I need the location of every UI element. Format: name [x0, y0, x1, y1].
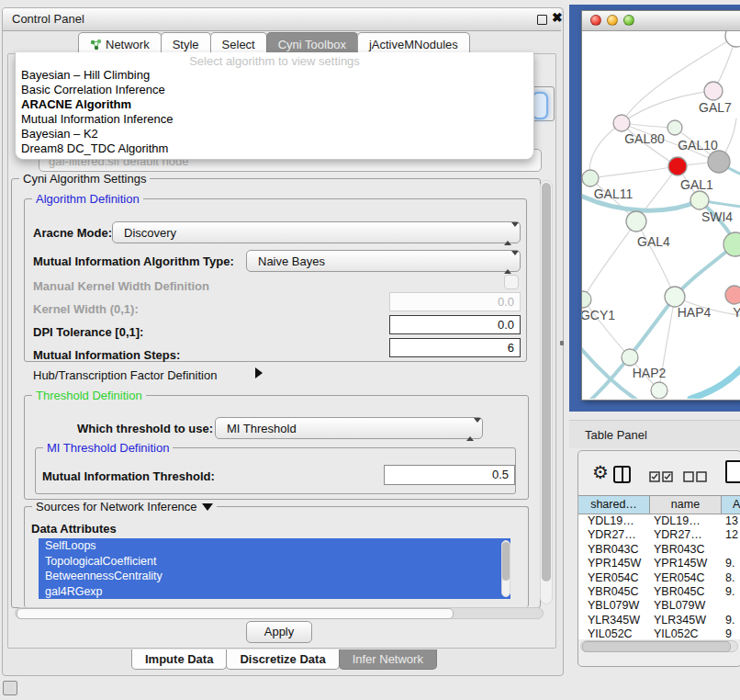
disclosure-collapsed-icon[interactable] — [255, 367, 263, 378]
data-attributes-list[interactable]: SelfLoopsTopologicalCoefficientBetweenne… — [39, 538, 510, 599]
unchecked-pair-icon[interactable] — [683, 471, 707, 482]
network-node[interactable] — [708, 151, 730, 173]
data-attribute-item[interactable]: SelfLoops — [39, 538, 510, 554]
table-row[interactable]: YER054CYER054C8. — [578, 571, 740, 585]
sources-legend[interactable]: Sources for Network Inference — [32, 500, 217, 514]
tab-style[interactable]: Style — [161, 32, 211, 54]
algorithm-option[interactable]: ARACNE Algorithm — [16, 97, 533, 112]
network-node[interactable] — [665, 287, 685, 307]
checked-pair-icon[interactable] — [649, 471, 673, 482]
control-panel-titlebar[interactable]: Control Panel ✖ — [3, 8, 561, 31]
attributes-scrollbar-thumb[interactable] — [502, 542, 510, 581]
network-node-label: GAL1 — [680, 177, 713, 192]
table-row[interactable]: YPR145WYPR145W9. — [578, 557, 740, 570]
apply-button[interactable]: Apply — [246, 621, 312, 643]
network-node-label: GAL7 — [699, 100, 732, 115]
table-cell: 9. — [722, 585, 734, 599]
kernel-width-field[interactable]: 0.0 — [389, 292, 521, 311]
minimize-traffic-light[interactable] — [607, 15, 618, 26]
network-node[interactable] — [582, 170, 599, 186]
table-cell: 9. — [722, 557, 734, 570]
column-header-2[interactable]: name — [650, 495, 722, 514]
table-panel-titlebar[interactable]: Table Panel — [569, 420, 740, 448]
table-row[interactable]: YLR345WYLR345W9. — [578, 614, 740, 627]
network-node[interactable] — [626, 211, 646, 231]
minimized-panel-icon[interactable] — [3, 681, 17, 695]
algorithm-option[interactable]: Bayesian – Hill Climbing — [16, 68, 533, 83]
table-cell: YBR043C — [650, 543, 722, 557]
network-node[interactable] — [651, 382, 667, 399]
sources-legend-text: Sources for Network Inference — [36, 500, 197, 514]
network-window-titlebar[interactable] — [582, 11, 740, 31]
algorithm-option[interactable]: Bayesian – K2 — [16, 127, 533, 141]
tab-jactivemnodules[interactable]: jActiveMNodules — [357, 32, 470, 54]
algorithm-option[interactable]: Dream8 DC_TDC Algorithm — [16, 141, 533, 156]
table-row[interactable]: YDR27…YDR27…12 — [578, 528, 740, 542]
float-window-icon[interactable] — [537, 15, 547, 25]
network-graph: GAL7GAL80GAL10GAL1GAL11SWI4GAL4GCY1HAP4Y… — [582, 31, 740, 399]
algorithm-definition-legend: Algorithm Definition — [32, 192, 143, 206]
network-node[interactable] — [582, 291, 591, 308]
network-node[interactable] — [613, 115, 630, 131]
algorithm-option[interactable]: Basic Correlation Inference — [16, 83, 533, 97]
tab-select[interactable]: Select — [210, 32, 267, 54]
settings-hscrollbar-thumb[interactable] — [17, 608, 454, 619]
split-pane-handle[interactable] — [560, 341, 564, 345]
data-attribute-item[interactable]: TopologicalCoefficient — [39, 554, 510, 570]
mi-steps-field[interactable]: 6 — [389, 338, 521, 357]
network-node[interactable] — [725, 31, 740, 47]
tab-label: Select — [222, 38, 255, 51]
mi-threshold-field[interactable]: 0.5 — [384, 465, 515, 485]
table-cell: YBL079W — [650, 599, 722, 613]
tab-network[interactable]: Network — [78, 32, 162, 54]
close-traffic-light[interactable] — [590, 15, 601, 26]
network-node-label: HAP4 — [678, 305, 712, 320]
tab-label: Style — [173, 38, 199, 51]
bottom-tab-discretize-data[interactable]: Discretize Data — [226, 649, 339, 670]
zoom-traffic-light[interactable] — [623, 15, 634, 26]
network-node[interactable] — [704, 82, 723, 100]
table-cell: 9. — [722, 614, 734, 627]
combo-stepper-icon — [466, 423, 474, 436]
mi-steps-label: Mutual Information Steps: — [33, 348, 180, 362]
table-cell: 12 — [722, 528, 738, 542]
which-threshold-combo[interactable]: MI Threshold — [215, 417, 483, 439]
table-row[interactable]: YDL19…YDL19…13 — [578, 514, 740, 528]
aracne-mode-combo[interactable]: Discovery — [112, 221, 521, 243]
table-cell: YBR045C — [578, 585, 650, 599]
bottom-tab-infer-network[interactable]: Infer Network — [339, 649, 437, 670]
settings-scrollbar-thumb[interactable] — [542, 183, 551, 581]
network-node-label: Y — [733, 305, 740, 320]
network-node[interactable] — [690, 191, 709, 209]
gear-icon[interactable]: ⚙ — [592, 463, 609, 481]
hub-definition-label: Hub/Transcription Factor Definition — [33, 368, 217, 382]
table-row[interactable]: YBR043CYBR043C — [578, 543, 740, 557]
network-node-label: GAL11 — [594, 186, 633, 201]
network-node[interactable] — [622, 349, 638, 366]
network-canvas[interactable]: GAL7GAL80GAL10GAL1GAL11SWI4GAL4GCY1HAP4Y… — [582, 31, 740, 399]
mi-threshold-definition-legend: MI Threshold Definition — [43, 441, 173, 455]
network-edge — [590, 166, 678, 178]
data-attribute-item[interactable]: BetweennessCentrality — [39, 569, 510, 584]
algorithm-dropdown: Select algorithm to view settingsBayesia… — [15, 52, 534, 160]
split-columns-icon[interactable] — [613, 466, 631, 483]
table-hscrollbar-thumb[interactable] — [582, 641, 731, 652]
tab-cyni-toolbox[interactable]: Cyni Toolbox — [266, 32, 358, 54]
network-node[interactable] — [668, 157, 687, 175]
column-header-3[interactable]: A — [722, 495, 740, 514]
table-cell: YDL19… — [578, 514, 650, 528]
table-row[interactable]: YBR045CYBR045C9. — [578, 585, 740, 599]
dpi-tolerance-field[interactable]: 0.0 — [389, 315, 521, 334]
table-row[interactable]: YBL079WYBL079W — [578, 599, 740, 613]
network-node[interactable] — [667, 120, 682, 135]
manual-kernel-checkbox[interactable] — [504, 275, 519, 289]
mi-type-combo[interactable]: Naive Bayes — [246, 250, 521, 272]
close-icon[interactable]: ✖ — [552, 10, 563, 25]
document-icon[interactable] — [725, 460, 740, 483]
bottom-tab-impute-data[interactable]: Impute Data — [131, 649, 227, 670]
data-attribute-item[interactable]: gal4RGexp — [39, 584, 510, 600]
table-row[interactable]: YIL052CYIL052C9 — [578, 627, 740, 639]
algorithm-option[interactable]: Mutual Information Inference — [16, 112, 533, 127]
column-header-1[interactable]: shared… — [578, 495, 650, 514]
network-node[interactable] — [725, 286, 740, 304]
